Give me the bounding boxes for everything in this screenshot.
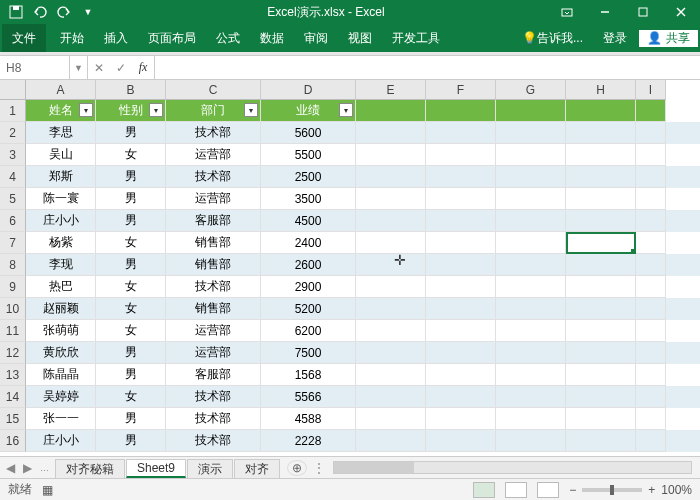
undo-icon[interactable] <box>30 2 50 22</box>
cell[interactable] <box>636 166 666 188</box>
zoom-out-button[interactable]: − <box>569 483 576 497</box>
cell[interactable]: 性别▾ <box>96 100 166 122</box>
cell[interactable]: 技术部 <box>166 430 261 452</box>
cell[interactable]: 男 <box>96 430 166 452</box>
zoom-in-button[interactable]: + <box>648 483 655 497</box>
row-header-14[interactable]: 14 <box>0 386 26 408</box>
filter-icon[interactable]: ▾ <box>149 103 163 117</box>
cell[interactable] <box>356 210 426 232</box>
cell[interactable]: 2400 <box>261 232 356 254</box>
cell[interactable] <box>356 100 426 122</box>
cell[interactable] <box>496 254 566 276</box>
view-normal-button[interactable] <box>473 482 495 498</box>
cell[interactable] <box>356 430 426 452</box>
cell[interactable]: 运营部 <box>166 188 261 210</box>
cell[interactable]: 李现 <box>26 254 96 276</box>
cell[interactable]: 5600 <box>261 122 356 144</box>
login-button[interactable]: 登录 <box>595 30 635 47</box>
cell[interactable] <box>636 364 666 386</box>
cell[interactable] <box>636 298 666 320</box>
cell[interactable]: 业绩▾ <box>261 100 356 122</box>
minimize-button[interactable] <box>586 0 624 24</box>
cell[interactable] <box>496 276 566 298</box>
sheet-tab[interactable]: 对齐秘籍 <box>55 459 125 478</box>
tab-view[interactable]: 视图 <box>338 24 382 52</box>
cell[interactable]: 杨紫 <box>26 232 96 254</box>
tab-review[interactable]: 审阅 <box>294 24 338 52</box>
cell[interactable]: 女 <box>96 386 166 408</box>
cell[interactable] <box>356 342 426 364</box>
horizontal-scrollbar[interactable] <box>333 461 692 474</box>
cell[interactable]: 吴山 <box>26 144 96 166</box>
cell[interactable] <box>496 364 566 386</box>
cell[interactable] <box>566 210 636 232</box>
cell[interactable] <box>566 232 636 254</box>
cell[interactable]: 女 <box>96 298 166 320</box>
cell[interactable] <box>426 122 496 144</box>
select-all-corner[interactable] <box>0 80 26 100</box>
cell[interactable]: 7500 <box>261 342 356 364</box>
cell[interactable] <box>636 232 666 254</box>
cell[interactable] <box>426 364 496 386</box>
cell[interactable]: 技术部 <box>166 276 261 298</box>
cell[interactable]: 2500 <box>261 166 356 188</box>
cell[interactable]: 部门▾ <box>166 100 261 122</box>
tab-scroll-icon[interactable]: ⋮ <box>313 461 325 475</box>
row-header-15[interactable]: 15 <box>0 408 26 430</box>
col-header-G[interactable]: G <box>496 80 566 100</box>
cell[interactable]: 男 <box>96 166 166 188</box>
cell[interactable] <box>636 100 666 122</box>
row-header-16[interactable]: 16 <box>0 430 26 452</box>
cell[interactable] <box>496 430 566 452</box>
cell[interactable]: 男 <box>96 210 166 232</box>
filter-icon[interactable]: ▾ <box>244 103 258 117</box>
cell[interactable]: 女 <box>96 232 166 254</box>
cell[interactable] <box>496 298 566 320</box>
cell[interactable]: 运营部 <box>166 144 261 166</box>
cell[interactable] <box>356 408 426 430</box>
formula-bar[interactable] <box>155 56 700 79</box>
cell[interactable] <box>566 386 636 408</box>
cell[interactable] <box>356 298 426 320</box>
cell[interactable]: 姓名▾ <box>26 100 96 122</box>
cell[interactable] <box>426 430 496 452</box>
cell[interactable] <box>636 342 666 364</box>
cell[interactable]: 2600 <box>261 254 356 276</box>
col-header-F[interactable]: F <box>426 80 496 100</box>
cell[interactable]: 6200 <box>261 320 356 342</box>
cell[interactable] <box>636 188 666 210</box>
zoom-level[interactable]: 100% <box>661 483 692 497</box>
cell[interactable] <box>426 320 496 342</box>
save-icon[interactable] <box>6 2 26 22</box>
cell[interactable] <box>566 430 636 452</box>
cell[interactable]: 男 <box>96 188 166 210</box>
cell[interactable]: 女 <box>96 144 166 166</box>
row-header-7[interactable]: 7 <box>0 232 26 254</box>
cell[interactable] <box>426 210 496 232</box>
row-header-11[interactable]: 11 <box>0 320 26 342</box>
cell[interactable] <box>636 210 666 232</box>
cell[interactable]: 郑斯 <box>26 166 96 188</box>
view-pagelayout-button[interactable] <box>505 482 527 498</box>
name-box-dropdown[interactable]: ▼ <box>70 56 88 79</box>
cell[interactable]: 女 <box>96 320 166 342</box>
ribbon-options-icon[interactable] <box>548 0 586 24</box>
cell[interactable]: 男 <box>96 122 166 144</box>
cell[interactable] <box>426 386 496 408</box>
cell[interactable] <box>566 364 636 386</box>
view-pagebreak-button[interactable] <box>537 482 559 498</box>
cell[interactable] <box>566 342 636 364</box>
col-header-A[interactable]: A <box>26 80 96 100</box>
cell[interactable] <box>356 254 426 276</box>
cell[interactable]: 1568 <box>261 364 356 386</box>
col-header-H[interactable]: H <box>566 80 636 100</box>
row-header-3[interactable]: 3 <box>0 144 26 166</box>
sheet-tab[interactable]: Sheet9 <box>126 459 186 478</box>
cell[interactable] <box>356 232 426 254</box>
cell[interactable] <box>566 144 636 166</box>
cell[interactable]: 男 <box>96 364 166 386</box>
cell[interactable]: 2900 <box>261 276 356 298</box>
cell[interactable]: 5500 <box>261 144 356 166</box>
tell-me[interactable]: 💡 告诉我... <box>514 30 591 47</box>
cell[interactable] <box>426 166 496 188</box>
